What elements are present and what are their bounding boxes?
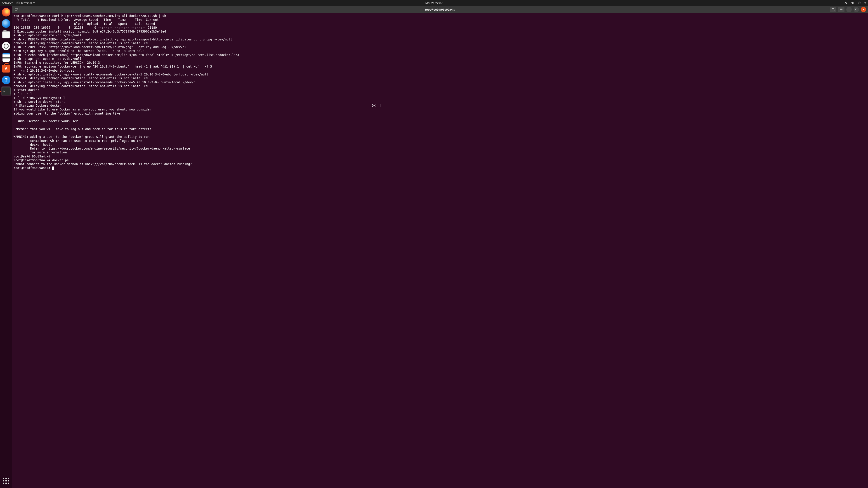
maximize-icon <box>855 8 858 11</box>
dock-app-firefox[interactable] <box>1 7 11 17</box>
writer-icon <box>2 53 10 62</box>
dock-app-thunderbird[interactable] <box>1 19 11 29</box>
firefox-icon <box>2 8 10 17</box>
activities-button[interactable]: Activities <box>2 1 13 5</box>
terminal-icon: >_ <box>2 87 11 95</box>
search-icon <box>832 8 835 11</box>
dock-app-rhythmbox[interactable] <box>1 41 11 51</box>
new-tab-button[interactable] <box>13 7 20 12</box>
power-icon[interactable] <box>858 1 861 4</box>
rhythmbox-icon <box>2 42 10 50</box>
titlebar: root@ee7df96c09a4: / <box>12 6 868 13</box>
dock-app-files[interactable] <box>1 30 11 40</box>
chevron-down-icon <box>33 2 35 4</box>
new-tab-icon <box>15 8 18 11</box>
clock[interactable]: Mar 21 22:07 <box>426 1 443 5</box>
close-icon <box>862 8 865 11</box>
terminal-viewport[interactable]: root@ee7df96c09a4:/# curl https://releas… <box>12 13 868 488</box>
window-title: root@ee7df96c09a4: / <box>425 8 455 11</box>
network-icon[interactable] <box>844 1 848 4</box>
dock-app-help[interactable]: ? <box>1 75 11 85</box>
system-menu-chevron-icon[interactable] <box>864 2 866 4</box>
dock: ? >_ <box>0 6 12 488</box>
terminal-icon: >_ <box>17 1 20 4</box>
help-icon: ? <box>2 76 10 84</box>
volume-icon[interactable] <box>851 1 855 4</box>
svg-rect-13 <box>856 9 857 10</box>
hamburger-icon <box>840 8 843 11</box>
maximize-button[interactable] <box>854 7 859 12</box>
close-button[interactable] <box>861 7 866 12</box>
svg-point-7 <box>832 8 834 10</box>
hamburger-menu-button[interactable] <box>838 7 844 12</box>
terminal-window: root@ee7df96c09a4: / root <box>12 6 868 488</box>
software-icon <box>2 65 10 72</box>
files-icon <box>2 31 10 38</box>
terminal-cursor <box>52 166 54 170</box>
app-menu-label: Terminal <box>21 1 32 5</box>
minimize-icon <box>848 8 850 11</box>
minimize-button[interactable] <box>846 7 852 12</box>
thunderbird-icon <box>2 19 10 28</box>
dock-app-writer[interactable] <box>1 53 11 62</box>
search-button[interactable] <box>830 7 836 12</box>
gnome-top-panel: Activities >_ Terminal Mar 21 22:07 <box>0 0 868 6</box>
dock-app-terminal[interactable]: >_ <box>1 86 11 96</box>
show-applications-button[interactable] <box>1 476 11 486</box>
svg-line-8 <box>834 10 834 11</box>
dock-app-software[interactable] <box>1 64 11 74</box>
terminal-output: root@ee7df96c09a4:/# curl https://releas… <box>13 14 867 170</box>
svg-text:>_: >_ <box>17 2 19 4</box>
app-menu[interactable]: >_ Terminal <box>17 1 35 5</box>
